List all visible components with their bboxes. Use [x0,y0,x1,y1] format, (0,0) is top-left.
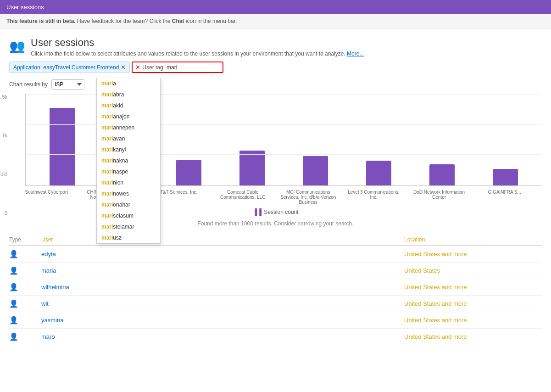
user-tag-value: mari [167,64,177,71]
row-location-maria: United States [404,267,542,274]
dropdown-item-marinakna[interactable]: marinakna [97,155,160,166]
row-type-wit: 👤 [9,299,41,308]
x-label-mci: MCI CommunicationsServices, Inc. d/b/a V… [276,190,341,205]
remove-user-tag[interactable]: ✕ [135,64,140,71]
bar-level3 [347,94,411,185]
remove-app-filter[interactable]: ✕ [121,64,126,71]
bar-mci-rect [303,156,328,185]
dropdown-item-mariavan[interactable]: mariavan [97,133,160,144]
user-link-wit[interactable]: wit [41,300,49,307]
users-icon: 👥 [9,39,25,54]
table-row: 👤 yasmina United States and more [9,312,542,329]
user-link-edyta[interactable]: edyta [41,251,56,258]
user-link-maro[interactable]: maro [41,333,55,340]
row-user-yasmina: yasmina [41,317,404,324]
page-description: Click into the field below to select att… [31,50,364,57]
person-icon: 👤 [9,316,18,325]
bar-att [157,94,220,185]
filter-row: Application: easyTravel Customer Fronten… [9,62,542,73]
y-label-2: 1k [2,133,7,138]
dropdown-item-mariannepen[interactable]: mariannepen [97,122,160,133]
y-label-1: 1.5k [0,94,7,100]
page-header: 👥 User sessions Click into the field bel… [9,37,542,57]
person-icon: 👤 [9,332,18,341]
bar-mci [284,94,347,185]
row-type-maria: 👤 [9,266,41,275]
app-filter-chip[interactable]: Application: easyTravel Customer Fronten… [9,62,130,73]
row-user-edyta: edyta [41,251,404,258]
x-label-comcast: Comcast CableCommunications, LLC [210,190,276,205]
row-location-wilhelmina: United States and more [404,284,542,291]
main-content: 👥 User sessions Click into the field bel… [0,28,551,353]
autocomplete-dropdown: maria mariabra mariakid marianajon maria… [96,78,161,244]
person-icon: 👤 [9,299,18,308]
col-header-user: User [41,236,404,243]
page-title-block: User sessions Click into the field below… [31,37,364,57]
bar-gigainfra [474,94,537,185]
beta-feedback: Have feedback for the team? Click the [77,18,172,24]
x-label-southwest: Southwest Cyberport [14,190,79,205]
table-row: 👤 wilhelmina United States and more [9,279,542,296]
dropdown-item-mariabra[interactable]: mariabra [97,89,160,100]
row-type-yasmina: 👤 [9,316,41,325]
bar-southwest-rect [50,108,75,185]
table-row: 👤 edyta United States and more [9,246,542,263]
dropdown-item-mariakid[interactable]: mariakid [97,100,160,111]
user-tag-label: User tag: [142,64,165,71]
row-type-maro: 👤 [9,332,41,341]
dropdown-item-maria[interactable]: maria [97,78,160,89]
user-link-yasmina[interactable]: yasmina [41,317,63,324]
table-row: 👤 maro United States and more [9,329,542,345]
user-link-wilhelmina[interactable]: wilhelmina [41,284,69,291]
dropdown-item-marinaspe[interactable]: marinaspe [97,166,160,177]
beta-bar: This feature is still in beta. Have feed… [0,14,551,28]
row-user-maro: maro [41,333,404,340]
bar-level3-rect [366,161,391,185]
person-icon: 👤 [9,266,18,275]
dropdown-item-maristelamar[interactable]: maristelamar [97,221,160,232]
beta-after-chat: icon in the menu bar. [186,18,237,24]
dropdown-item-marikanyl[interactable]: marikanyl [97,144,160,155]
row-location-yasmina: United States and more [404,317,542,324]
bar-comcast [220,94,284,185]
row-location-wit: United States and more [404,300,542,307]
x-label-dod: DoD Network InformationCenter [406,190,472,205]
row-user-wilhelmina: wilhelmina [41,284,404,291]
row-user-wit: wit [41,300,404,307]
page-title: User sessions [31,37,364,49]
row-location-edyta: United States and more [404,251,542,258]
x-label-gigainfra: GIGAINFRA S... [472,190,537,205]
dropdown-item-mariselasum[interactable]: mariselasum [97,210,160,221]
row-user-maria: maria [41,267,404,274]
bar-comcast-rect [239,151,265,185]
row-type-wilhelmina: 👤 [9,283,41,291]
user-link-maria[interactable]: maria [41,267,56,274]
y-axis: 1.5k 1k 500 0 [0,94,9,216]
chart-by-label: Chart results by [9,81,48,88]
bar-dod [411,94,474,185]
row-type-edyta: 👤 [9,250,41,258]
session-count-legend: ▐▐ Session count [9,208,542,216]
table-header: Type User Location [9,234,542,246]
table-row: 👤 maria United States [9,263,542,279]
beta-label: This feature is still in beta. [6,18,76,24]
chart-by-select[interactable]: ISP Location Browser OS [51,79,84,90]
col-header-location: Location [404,236,542,243]
results-table: Type User Location 👤 edyta United States… [9,234,542,345]
more-link[interactable]: More... [347,50,364,57]
results-notice: Found more than 1000 results. Consider n… [9,220,542,227]
user-tag-input[interactable]: ✕ User tag: mari [132,62,223,73]
chart-container: 1.5k 1k 500 0 [9,94,542,216]
row-location-maro: United States and more [404,333,542,340]
dropdown-item-marinlen[interactable]: marinlen [97,177,160,188]
bar-legend-icon: ▐▐ [252,208,262,216]
dropdown-item-marionahar[interactable]: marionahar [97,199,160,210]
beta-chat-word: Chat [172,18,184,24]
dropdown-item-mariusz[interactable]: mariusz [97,232,160,243]
dropdown-item-marinowes[interactable]: marinowes [97,188,160,199]
dropdown-item-marianajon[interactable]: marianajon [97,111,160,122]
person-icon: 👤 [9,250,18,258]
col-header-type: Type [9,236,41,243]
app-chip-label: Application: easyTravel Customer Fronten… [13,64,119,71]
bar-dod-rect [429,164,455,185]
